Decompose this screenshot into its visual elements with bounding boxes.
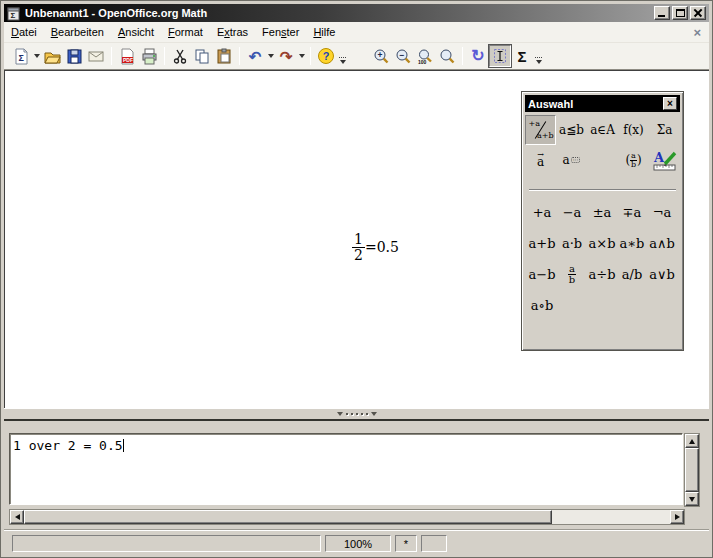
undo-dropdown-arrow[interactable] (266, 45, 275, 67)
print-button[interactable] (138, 45, 160, 67)
open-button[interactable] (41, 45, 63, 67)
toolbar-separator (164, 47, 165, 65)
symbol-plus-minus-a[interactable]: ±a (587, 197, 617, 228)
symbol-a-slash-b[interactable]: a/b (617, 259, 647, 290)
symbols-catalog-button[interactable]: Σ (511, 45, 533, 67)
palette-close-button[interactable]: × (663, 97, 677, 110)
category-brackets[interactable]: ( a b ) (618, 145, 649, 175)
fraction-numerator: 1 (352, 232, 365, 248)
symbol-minus-a[interactable]: −a (557, 197, 587, 228)
speech-bubble-icon: ··· (571, 157, 581, 163)
formula-command-editor[interactable]: 1 over 2 = 0.5 (9, 433, 683, 505)
help-button[interactable]: ? (315, 45, 337, 67)
horizontal-scrollbar[interactable] (9, 509, 685, 525)
scroll-track[interactable] (552, 510, 670, 524)
category-unary-binary-operators[interactable]: +a a+b (525, 115, 556, 145)
zoom-out-button[interactable]: − (392, 45, 414, 67)
rendered-formula[interactable]: 1 2 =0.5 (352, 232, 399, 262)
symbol-a-over-b[interactable]: a b (557, 259, 587, 290)
pane-splitter[interactable] (4, 408, 709, 419)
category-formats[interactable]: A (649, 145, 680, 175)
chevron-down-icon (299, 54, 305, 58)
symbol-a-plus-b[interactable]: a+b (527, 228, 557, 259)
menu-fenster[interactable]: Fenster (255, 23, 306, 41)
new-document-icon: Σ (13, 48, 30, 65)
new-formula-button[interactable]: Σ (10, 45, 32, 67)
toolbar-overflow-button[interactable] (337, 45, 348, 67)
category-set-operations[interactable]: a∈A (587, 115, 618, 145)
toolbar-separator (111, 47, 112, 65)
scroll-down-button[interactable] (685, 492, 699, 506)
menu-hilfe[interactable]: Hilfe (306, 23, 342, 41)
symbol-a-or-b[interactable]: a∨b (647, 259, 677, 290)
symbol-a-and-b[interactable]: a∧b (647, 228, 677, 259)
formula-rhs: =0.5 (365, 239, 399, 255)
palette-title-bar[interactable]: Auswahl × (525, 95, 680, 112)
maximize-button[interactable] (672, 6, 688, 20)
category-operators[interactable]: Σa (649, 115, 680, 145)
document-close-icon[interactable]: × (693, 26, 701, 39)
minimize-icon (658, 15, 665, 17)
symbol-plus-a[interactable]: +a (527, 197, 557, 228)
save-button[interactable] (63, 45, 85, 67)
redo-button[interactable]: ↷ (275, 45, 297, 67)
category-miscellaneous[interactable]: a ··· (556, 145, 587, 175)
vertical-scroll-thumb[interactable] (685, 448, 699, 492)
menu-datei[interactable]: Datei (4, 23, 44, 41)
sigma-icon: Σ (517, 49, 526, 64)
vertical-scrollbar[interactable] (684, 433, 700, 507)
redo-dropdown-arrow[interactable] (297, 45, 306, 67)
splitter-arrow-icon (371, 412, 377, 416)
splitter-handle[interactable] (337, 412, 377, 416)
scroll-up-button[interactable] (685, 434, 699, 448)
magnifier-icon (439, 48, 456, 65)
paste-button[interactable] (213, 45, 235, 67)
symbol-a-ast-b[interactable]: a∗b (617, 228, 647, 259)
menu-format[interactable]: Format (161, 23, 210, 41)
category-functions[interactable]: f(x) (618, 115, 649, 145)
menu-extras[interactable]: Extras (210, 23, 255, 41)
menu-bearbeiten[interactable]: Bearbeiten (44, 23, 111, 41)
symbol-a-times-b[interactable]: a×b (587, 228, 617, 259)
close-button[interactable] (690, 6, 706, 20)
zoom-in-button[interactable]: + (370, 45, 392, 67)
cut-button[interactable] (169, 45, 191, 67)
status-message-field (12, 535, 321, 552)
undo-button[interactable]: ↶ (244, 45, 266, 67)
email-button[interactable] (85, 45, 107, 67)
formula-cursor-icon (491, 47, 509, 65)
app-icon: Σ (6, 6, 21, 21)
formula-cursor-button[interactable] (489, 45, 511, 67)
category-attributes[interactable]: → a (525, 145, 556, 175)
export-pdf-button[interactable]: PDF (116, 45, 138, 67)
scroll-down-icon (689, 497, 695, 502)
zoom-100-button[interactable]: 100 (414, 45, 436, 67)
minimize-button[interactable] (654, 6, 670, 20)
symbol-a-div-b[interactable]: a÷b (587, 259, 617, 290)
palette-separator (529, 189, 676, 191)
splitter-arrow-icon (337, 412, 343, 416)
formats-icon: A (652, 148, 678, 172)
category-relations[interactable]: a≦b (556, 115, 587, 145)
symbol-a-minus-b[interactable]: a−b (527, 259, 557, 290)
save-floppy-icon (66, 48, 83, 65)
scroll-right-icon (675, 514, 680, 520)
refresh-button[interactable]: ↻ (467, 45, 489, 67)
menu-ansicht[interactable]: Ansicht (111, 23, 161, 41)
zoom-level-field[interactable]: 100% (325, 535, 391, 552)
horizontal-scroll-thumb[interactable] (24, 510, 552, 524)
svg-text:PDF: PDF (123, 57, 133, 63)
symbol-not-a[interactable]: ¬a (647, 197, 677, 228)
new-dropdown-arrow[interactable] (32, 45, 41, 67)
zoom-button[interactable] (436, 45, 458, 67)
copy-button[interactable] (191, 45, 213, 67)
symbol-a-circ-b[interactable]: a∘b (527, 290, 557, 321)
toolbar-overflow-button[interactable] (533, 45, 544, 67)
scroll-left-button[interactable] (10, 510, 24, 524)
symbol-a-cdot-b[interactable]: a·b (557, 228, 587, 259)
symbol-minus-plus-a[interactable]: ∓a (617, 197, 647, 228)
title-bar[interactable]: Σ Unbenannt1 - OpenOffice.org Math (4, 4, 709, 22)
scroll-right-button[interactable] (670, 510, 684, 524)
menu-bar: Datei Bearbeiten Ansicht Format Extras F… (4, 22, 709, 43)
toolbar-separator (310, 47, 311, 65)
